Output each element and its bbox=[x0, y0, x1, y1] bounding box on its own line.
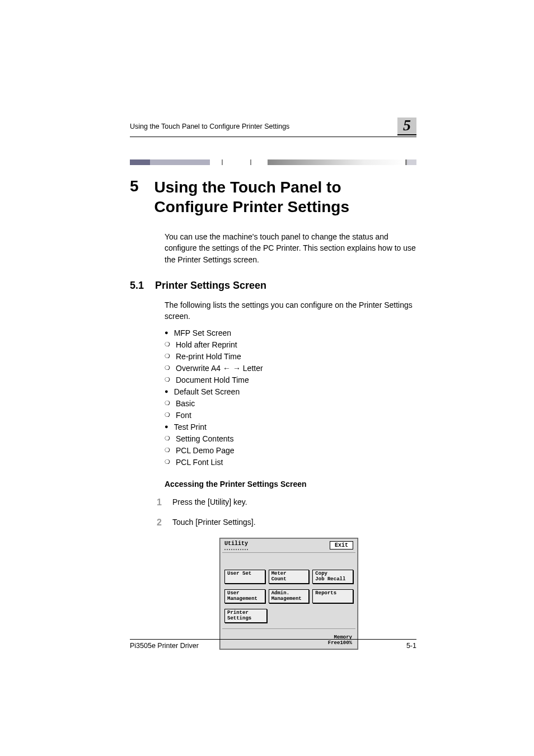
footer-doc-title: Pi3505e Printer Driver bbox=[130, 642, 199, 650]
list-item-text: Document Hold Time bbox=[176, 374, 249, 386]
user-set-button[interactable]: User Set bbox=[224, 570, 265, 584]
section-paragraph: The following lists the settings you can… bbox=[165, 299, 416, 322]
settings-list: MFP Set Screen Hold after Reprint Re-pri… bbox=[165, 327, 416, 468]
list-item-text: PCL Font List bbox=[176, 457, 223, 468]
step: 2 Touch [Printer Settings]. bbox=[157, 518, 416, 528]
list-item-text: Hold after Reprint bbox=[176, 339, 237, 351]
chapter-heading: 5 Using the Touch Panel to Configure Pri… bbox=[130, 177, 416, 217]
printer-settings-button[interactable]: PrinterSettings bbox=[224, 609, 267, 623]
list-item-text: Test Print bbox=[174, 421, 207, 433]
user-management-button[interactable]: UserManagement bbox=[224, 589, 265, 603]
section-number: 5.1 bbox=[130, 280, 144, 292]
chapter-title: Using the Touch Panel to Configure Print… bbox=[154, 177, 416, 217]
list-item: Setting Contents bbox=[165, 433, 416, 445]
decorative-divider bbox=[130, 159, 416, 165]
running-header-text: Using the Touch Panel to Configure Print… bbox=[130, 123, 289, 130]
footer-page-number: 5-1 bbox=[406, 642, 416, 650]
step-number: 2 bbox=[157, 518, 165, 528]
panel-title: Utility bbox=[224, 541, 248, 550]
section-heading: 5.1 Printer Settings Screen bbox=[130, 280, 416, 292]
list-item-text: Setting Contents bbox=[176, 433, 234, 445]
list-item: PCL Demo Page bbox=[165, 445, 416, 457]
exit-button[interactable]: Exit bbox=[330, 541, 353, 550]
section-title: Printer Settings Screen bbox=[155, 280, 266, 292]
list-item: Basic bbox=[165, 398, 416, 410]
list-item: PCL Font List bbox=[165, 457, 416, 468]
admin-management-button[interactable]: Admin.Management bbox=[269, 589, 310, 603]
list-item: Overwrite A4 ← → Letter bbox=[165, 363, 416, 374]
list-item: Test Print bbox=[165, 421, 416, 433]
step-number: 1 bbox=[157, 497, 165, 508]
page-footer: Pi3505e Printer Driver 5-1 bbox=[130, 639, 416, 650]
step-text: Press the [Utility] key. bbox=[172, 497, 247, 508]
running-header: Using the Touch Panel to Configure Print… bbox=[130, 118, 416, 137]
chapter-badge: 5 bbox=[397, 118, 416, 135]
reports-button[interactable]: Reports bbox=[312, 589, 353, 603]
list-item-text: MFP Set Screen bbox=[174, 327, 231, 339]
list-item-text: Default Set Screen bbox=[174, 386, 240, 398]
meter-count-button[interactable]: MeterCount bbox=[269, 570, 310, 584]
intro-paragraph: You can use the machine's touch panel to… bbox=[165, 231, 416, 265]
copy-job-recall-button[interactable]: CopyJob Recall bbox=[312, 570, 353, 584]
list-item-text: Overwrite A4 ← → Letter bbox=[176, 363, 263, 374]
touch-panel-figure: Utility Exit User Set MeterCount CopyJob… bbox=[219, 538, 358, 650]
list-item-text: Re-print Hold Time bbox=[176, 351, 241, 363]
list-item: Re-print Hold Time bbox=[165, 351, 416, 363]
list-item: Document Hold Time bbox=[165, 374, 416, 386]
subsection-heading: Accessing the Printer Settings Screen bbox=[165, 480, 416, 489]
step: 1 Press the [Utility] key. bbox=[157, 497, 416, 508]
list-item: Default Set Screen bbox=[165, 386, 416, 398]
list-item-text: Basic bbox=[176, 398, 195, 410]
list-item: Font bbox=[165, 410, 416, 421]
chapter-number: 5 bbox=[130, 177, 139, 217]
list-item-text: PCL Demo Page bbox=[176, 445, 235, 457]
step-text: Touch [Printer Settings]. bbox=[172, 518, 256, 528]
list-item: Hold after Reprint bbox=[165, 339, 416, 351]
list-item: MFP Set Screen bbox=[165, 327, 416, 339]
list-item-text: Font bbox=[176, 410, 191, 421]
